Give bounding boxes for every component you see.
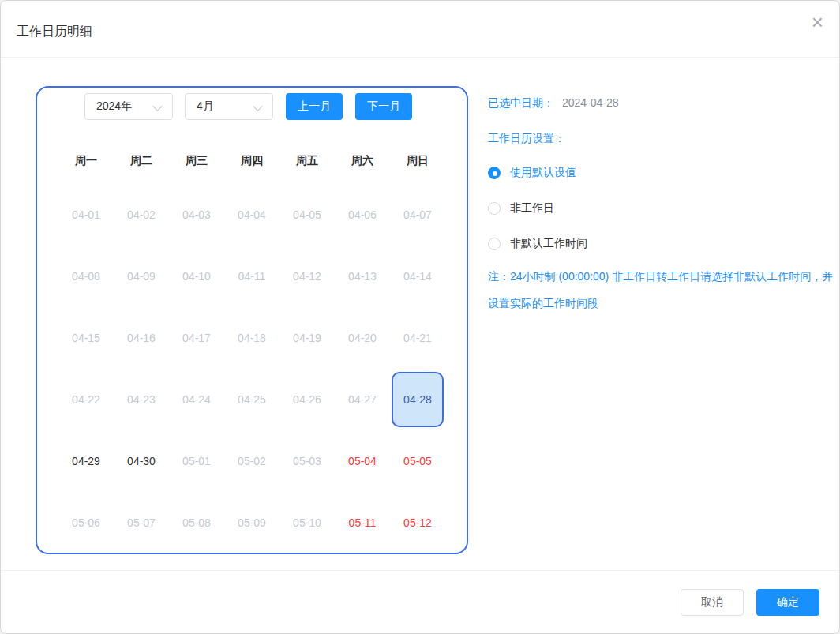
radio-option-checked[interactable]: 使用默认设值	[488, 161, 587, 185]
date-cell-04-08[interactable]: 04-08	[60, 249, 112, 304]
weekday-label: 周三	[171, 154, 223, 167]
date-cell-04-04[interactable]: 04-04	[226, 187, 278, 242]
date-cell-04-02[interactable]: 04-02	[115, 187, 167, 242]
date-cell-04-24[interactable]: 04-24	[171, 372, 223, 427]
date-grid: 04-0104-0204-0304-0404-0504-0604-0704-08…	[60, 187, 444, 550]
cancel-button[interactable]: 取消	[681, 589, 744, 616]
weekday-label: 周二	[115, 154, 167, 167]
date-cell-05-01[interactable]: 05-01	[171, 433, 223, 489]
date-cell-04-19[interactable]: 04-19	[281, 310, 333, 366]
date-cell-04-20[interactable]: 04-20	[336, 310, 388, 366]
radio-label: 非默认工作时间	[510, 237, 587, 251]
radio-icon[interactable]	[488, 238, 501, 250]
date-cell-05-12[interactable]: 05-12	[392, 495, 444, 550]
date-cell-04-03[interactable]: 04-03	[171, 187, 223, 242]
radio-option-unchecked[interactable]: 非工作日	[488, 197, 587, 220]
calendar-panel: 2024年 4月 上一月 下一月 周一周二周三周四周五周六周日 04-0104-…	[36, 86, 468, 554]
date-cell-05-07[interactable]: 05-07	[115, 495, 167, 550]
date-cell-04-06[interactable]: 04-06	[336, 187, 388, 242]
month-select-value: 4月	[197, 99, 214, 114]
weekday-label: 周四	[226, 154, 278, 167]
date-cell-04-16[interactable]: 04-16	[115, 310, 167, 366]
date-cell-04-21[interactable]: 04-21	[392, 310, 444, 366]
date-cell-05-04[interactable]: 05-04	[336, 433, 388, 489]
date-cell-04-14[interactable]: 04-14	[392, 249, 444, 304]
chevron-down-icon	[152, 101, 163, 111]
radio-option-unchecked[interactable]: 非默认工作时间	[488, 232, 587, 256]
date-cell-04-17[interactable]: 04-17	[171, 310, 223, 366]
date-cell-05-03[interactable]: 05-03	[281, 433, 333, 489]
radio-group: 使用默认设值非工作日非默认工作时间	[488, 161, 587, 268]
weekday-label: 周日	[392, 154, 444, 167]
date-cell-04-05[interactable]: 04-05	[281, 187, 333, 242]
date-cell-04-27[interactable]: 04-27	[336, 372, 388, 427]
date-cell-05-05[interactable]: 05-05	[392, 433, 444, 489]
month-select[interactable]: 4月	[185, 93, 273, 120]
date-cell-04-13[interactable]: 04-13	[336, 249, 388, 304]
date-cell-05-10[interactable]: 05-10	[281, 495, 333, 550]
weekday-header-row: 周一周二周三周四周五周六周日	[60, 154, 444, 167]
radio-label: 使用默认设值	[510, 166, 576, 180]
close-icon[interactable]: ×	[812, 12, 823, 32]
weekday-label: 周一	[60, 154, 112, 167]
prev-month-button[interactable]: 上一月	[286, 93, 343, 120]
radio-icon[interactable]	[488, 167, 501, 179]
work-calendar-dialog: 工作日历明细 × 2024年 4月 上一月 下一月 周一周二周三周四周五周六周日…	[0, 0, 840, 634]
selected-date-value: 2024-04-28	[562, 96, 619, 109]
date-cell-04-22[interactable]: 04-22	[60, 372, 112, 427]
radio-icon[interactable]	[488, 202, 501, 215]
radio-label: 非工作日	[510, 201, 554, 216]
date-cell-04-23[interactable]: 04-23	[115, 372, 167, 427]
year-select-value: 2024年	[96, 99, 132, 114]
calendar-settings-label: 工作日历设置：	[488, 132, 565, 146]
date-cell-04-12[interactable]: 04-12	[281, 249, 333, 304]
dialog-header: 工作日历明细 ×	[1, 1, 839, 58]
weekday-label: 周五	[281, 154, 333, 167]
dialog-footer: 取消 确定	[1, 570, 839, 633]
date-cell-04-30[interactable]: 04-30	[115, 433, 167, 489]
weekday-label: 周六	[336, 154, 388, 167]
selected-date-label: 已选中日期：	[488, 96, 554, 109]
selected-date-row: 已选中日期：2024-04-28	[488, 96, 619, 111]
confirm-button[interactable]: 确定	[756, 589, 819, 616]
dialog-title: 工作日历明细	[17, 24, 92, 40]
date-cell-04-18[interactable]: 04-18	[226, 310, 278, 366]
date-cell-04-29[interactable]: 04-29	[60, 433, 112, 489]
date-cell-05-11[interactable]: 05-11	[336, 495, 388, 550]
next-month-button[interactable]: 下一月	[355, 93, 412, 120]
date-cell-05-09[interactable]: 05-09	[226, 495, 278, 550]
chevron-down-icon	[253, 101, 263, 111]
date-cell-04-25[interactable]: 04-25	[226, 372, 278, 427]
date-cell-04-11[interactable]: 04-11	[226, 249, 278, 304]
date-cell-04-26[interactable]: 04-26	[281, 372, 333, 427]
date-cell-05-08[interactable]: 05-08	[171, 495, 223, 550]
date-cell-05-06[interactable]: 05-06	[60, 495, 112, 550]
date-cell-04-01[interactable]: 04-01	[60, 187, 112, 242]
date-cell-04-07[interactable]: 04-07	[392, 187, 444, 242]
note-text: 注：24小时制 (00:00:00) 非工作日转工作日请选择非默认工作时间，并设…	[488, 263, 840, 317]
date-cell-05-02[interactable]: 05-02	[226, 433, 278, 489]
date-cell-04-10[interactable]: 04-10	[171, 249, 223, 304]
date-cell-04-15[interactable]: 04-15	[60, 310, 112, 366]
date-cell-04-28[interactable]: 04-28	[392, 372, 444, 427]
date-cell-04-09[interactable]: 04-09	[115, 249, 167, 304]
year-select[interactable]: 2024年	[84, 93, 173, 120]
